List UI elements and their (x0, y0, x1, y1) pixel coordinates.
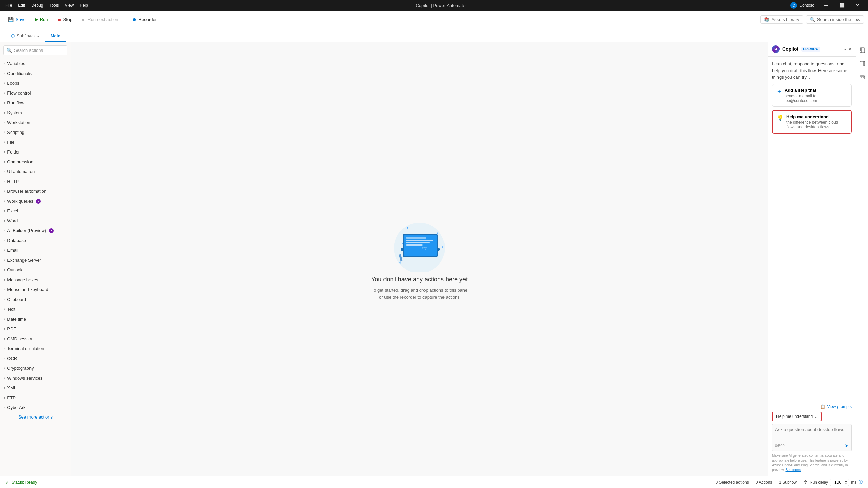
sidebar-item-system[interactable]: › System (0, 108, 71, 118)
sidebar-item-flow-control[interactable]: › Flow control (0, 88, 71, 98)
sidebar-item-ui-automation[interactable]: › UI automation (0, 167, 71, 177)
copilot-header: M Copilot PREVIEW ··· ✕ (768, 42, 856, 57)
sidebar-item-xml[interactable]: › XML (0, 383, 71, 393)
run-button[interactable]: ▶ Run (31, 15, 52, 24)
recorder-button[interactable]: ⏺ Recorder (128, 15, 161, 24)
sidebar-item-windows-services[interactable]: › Windows services (0, 373, 71, 383)
see-more-actions[interactable]: See more actions (0, 412, 71, 422)
menu-help[interactable]: Help (77, 2, 91, 8)
chevron-icon: › (4, 327, 5, 331)
sidebar-search[interactable]: 🔍 Search actions (3, 45, 67, 55)
copilot-suggestion-add-step[interactable]: ＋ Add a step that sends an email to lee@… (772, 84, 852, 107)
sidebar-item-work-queues[interactable]: › Work queues ♦ (0, 196, 71, 206)
sidebar-item-scripting[interactable]: › Scripting (0, 127, 71, 137)
sidebar-item-loops[interactable]: › Loops (0, 78, 71, 88)
sidebar-item-http[interactable]: › HTTP (0, 177, 71, 186)
sidebar-item-mouse-keyboard[interactable]: › Mouse and keyboard (0, 285, 71, 294)
sidebar-item-cmd-session[interactable]: › CMD session (0, 334, 71, 344)
sidebar-item-terminal-emulation[interactable]: › Terminal emulation (0, 344, 71, 353)
next-action-button[interactable]: ⏭ Run next action (78, 15, 122, 24)
copilot-suggestion-help-understand[interactable]: 💡 Help me understand the difference betw… (772, 110, 852, 134)
statusbar: ✓ Status: Ready 0 Selected actions 0 Act… (0, 476, 868, 488)
menu-edit[interactable]: Edit (15, 2, 28, 8)
save-label: Save (16, 17, 26, 22)
empty-description: To get started, drag and drop actions to… (372, 287, 468, 300)
minimize-button[interactable]: — (818, 0, 834, 11)
sidebar-item-compression[interactable]: › Compression (0, 157, 71, 167)
view-prompts-button[interactable]: 📋 View prompts (772, 404, 852, 409)
titlebar-menu: File Edit Debug Tools View Help (3, 2, 91, 8)
next-label: Run next action (87, 17, 118, 22)
menu-tools[interactable]: Tools (46, 2, 61, 8)
svg-point-19 (860, 50, 861, 51)
chevron-icon: › (4, 170, 5, 174)
copilot-more-icon[interactable]: ··· (842, 47, 846, 52)
subflows-tab[interactable]: ⬡ Subflows ⌄ (5, 30, 45, 42)
understand-dropdown[interactable]: Help me understand ⌄ (772, 412, 822, 421)
run-label: Run (40, 17, 48, 22)
sidebar-item-browser-automation[interactable]: › Browser automation (0, 186, 71, 196)
main-tab[interactable]: Main (45, 30, 66, 42)
copilot-close-icon[interactable]: ✕ (848, 47, 852, 52)
errors-panel-icon[interactable] (857, 72, 868, 83)
sidebar-item-run-flow[interactable]: › Run flow (0, 98, 71, 108)
sidebar-item-label: Message boxes (7, 277, 38, 282)
sidebar-item-label: Variables (7, 61, 25, 66)
empty-title: You don't have any actions here yet (371, 276, 468, 283)
menu-file[interactable]: File (3, 2, 15, 8)
sidebar-item-label: Excel (7, 208, 18, 214)
run-delay: ⏱ Run delay ▲ ▼ ms ⓘ (804, 479, 863, 486)
sidebar-item-file[interactable]: › File (0, 137, 71, 147)
chevron-icon: › (4, 337, 5, 341)
canvas-empty-state: ✦ ✦ ✦ ✦ ☞ You don't have any (371, 218, 468, 300)
copilot-suggestion-text-add: Add a step that sends an email to lee@co… (785, 88, 847, 103)
delay-info-icon[interactable]: ⓘ (859, 479, 863, 485)
user-info[interactable]: C Contoso (790, 2, 814, 9)
sidebar-item-cryptography[interactable]: › Cryptography (0, 363, 71, 373)
sidebar-item-ftp[interactable]: › FTP (0, 393, 71, 403)
copilot-disclaimer: Make sure AI-generated content is accura… (772, 453, 852, 472)
svg-text:✦: ✦ (441, 246, 444, 249)
sidebar-item-datetime[interactable]: › Date time (0, 314, 71, 324)
flow-search-button[interactable]: 🔍 Search inside the flow (806, 15, 864, 24)
delay-value-input[interactable] (832, 480, 844, 485)
sidebar-item-outlook[interactable]: › Outlook (0, 265, 71, 275)
sidebar-item-database[interactable]: › Database (0, 236, 71, 245)
sidebar-item-ai-builder[interactable]: › AI Builder (Preview) ♦ (0, 226, 71, 236)
sidebar-item-message-boxes[interactable]: › Message boxes (0, 275, 71, 285)
delay-input[interactable]: ▲ ▼ (830, 479, 849, 486)
send-button[interactable]: ➤ (845, 443, 849, 448)
sidebar-item-exchange-server[interactable]: › Exchange Server (0, 255, 71, 265)
assets-library-button[interactable]: 📚 Assets Library (760, 15, 803, 24)
see-terms-link[interactable]: See terms (785, 468, 801, 472)
chevron-icon: › (4, 347, 5, 350)
delay-down-arrow[interactable]: ▼ (845, 482, 847, 485)
copilot-suggestion-text-help: Help me understand the difference betwee… (786, 114, 847, 129)
copilot-sidebar-icon[interactable] (857, 45, 868, 56)
sidebar-item-workstation[interactable]: › Workstation (0, 118, 71, 127)
menu-view[interactable]: View (62, 2, 76, 8)
sidebar-item-excel[interactable]: › Excel (0, 206, 71, 216)
menu-debug[interactable]: Debug (28, 2, 46, 8)
chevron-icon: › (4, 81, 5, 85)
variables-panel-icon[interactable] (857, 58, 868, 69)
stop-button[interactable]: ⏹ Stop (54, 15, 77, 24)
sidebar-item-label: Terminal emulation (7, 346, 44, 351)
recorder-label: Recorder (139, 17, 157, 22)
sidebar-item-text[interactable]: › Text (0, 304, 71, 314)
sidebar-item-variables[interactable]: › Variables (0, 59, 71, 68)
close-button[interactable]: ✕ (850, 0, 865, 11)
sidebar-item-folder[interactable]: › Folder (0, 147, 71, 157)
sidebar-item-email[interactable]: › Email (0, 245, 71, 255)
save-button[interactable]: Save (4, 15, 30, 24)
sidebar-item-word[interactable]: › Word (0, 216, 71, 226)
maximize-button[interactable]: ⬜ (834, 0, 850, 11)
sidebar-item-clipboard[interactable]: › Clipboard (0, 294, 71, 304)
sidebar-item-ocr[interactable]: › OCR (0, 353, 71, 363)
sidebar-item-conditionals[interactable]: › Conditionals (0, 68, 71, 78)
chat-input[interactable] (775, 427, 849, 441)
sidebar-item-pdf[interactable]: › PDF (0, 324, 71, 334)
chevron-icon: › (4, 189, 5, 193)
chevron-icon: › (4, 288, 5, 291)
sidebar-item-cyberark[interactable]: › CyberArk (0, 403, 71, 412)
